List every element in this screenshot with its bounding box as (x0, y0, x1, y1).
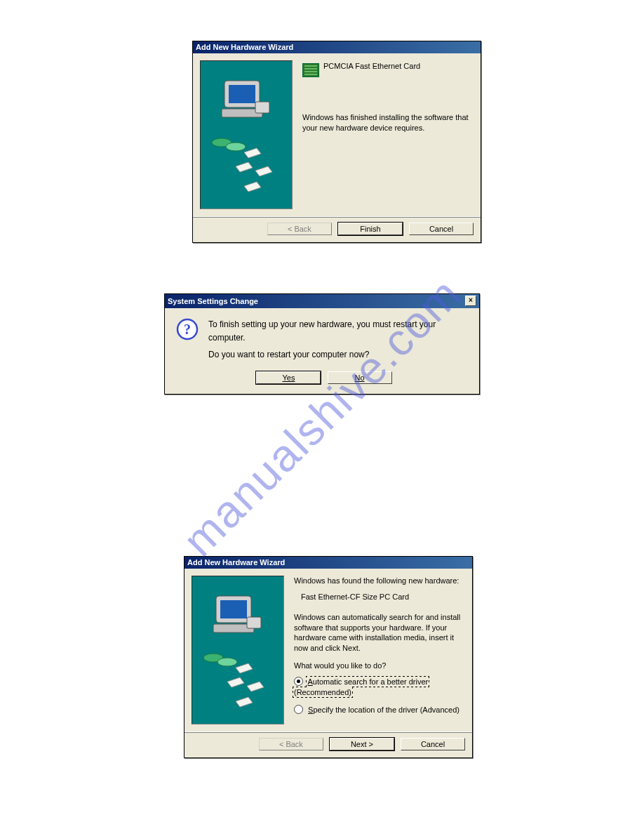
wizard-body: Windows has found the following new hard… (284, 576, 465, 724)
cancel-button[interactable]: Cancel (409, 223, 474, 235)
message-line2: Do you want to restart your computer now… (208, 348, 468, 362)
wizard-sidebar-graphic (200, 60, 293, 209)
titlebar: Add New Hardware Wizard (193, 41, 481, 53)
title-text: Add New Hardware Wizard (187, 558, 285, 567)
question-icon: ? (176, 318, 199, 340)
svg-rect-4 (255, 102, 269, 113)
close-icon[interactable]: × (465, 296, 476, 306)
dialog-system-settings-change: System Settings Change × ? To finish set… (164, 293, 480, 395)
client-area: Windows has found the following new hard… (185, 569, 472, 732)
button-row: < Back Finish Cancel (193, 216, 481, 242)
radio-option-specify[interactable]: Specify the location of the driver (Adva… (294, 705, 461, 715)
message-line1: To finish setting up your new hardware, … (208, 318, 468, 344)
prompt-text: What would you like to do? (294, 661, 461, 671)
titlebar: System Settings Change × (165, 294, 479, 308)
wizard-sidebar-graphic (192, 576, 284, 724)
message-content: ? To finish setting up your new hardware… (165, 308, 479, 369)
title-text: System Settings Change (168, 297, 258, 305)
dialog-add-hardware-search: Add New Hardware Wizard (184, 556, 473, 758)
finish-button[interactable]: Finish (338, 223, 403, 235)
button-row: Yes No (165, 369, 479, 394)
titlebar: Add New Hardware Wizard (185, 557, 472, 569)
svg-text:?: ? (184, 322, 191, 337)
found-text: Windows has found the following new hard… (294, 576, 461, 586)
radio-icon (294, 677, 303, 686)
device-name: Fast Ethernet-CF Size PC Card (294, 592, 461, 602)
option-label: Automatic search for a better driver (Re… (294, 677, 428, 696)
device-name: PCMCIA Fast Ethernet Card (323, 62, 420, 70)
radio-icon (294, 705, 303, 714)
title-text: Add New Hardware Wizard (196, 43, 293, 51)
button-row: < Back Next > Cancel (185, 732, 472, 757)
yes-button[interactable]: Yes (256, 371, 321, 384)
option-label: Specify the location of the driver (Adva… (308, 706, 459, 714)
back-button: < Back (267, 223, 332, 235)
wizard-body: PCMCIA Fast Ethernet Card Windows has fi… (293, 60, 474, 209)
body-message: Windows has finished installing the soft… (302, 112, 469, 133)
client-area: PCMCIA Fast Ethernet Card Windows has fi… (193, 53, 481, 216)
no-button[interactable]: No (328, 371, 392, 384)
svg-rect-2 (229, 85, 255, 103)
dialog-add-hardware-finish: Add New Hardware Wizard (192, 41, 481, 243)
network-card-icon (302, 63, 319, 77)
svg-point-19 (217, 658, 237, 666)
page: manualshive.com Add New Hardware Wizard (0, 0, 644, 834)
svg-rect-17 (247, 617, 261, 628)
auto-text: Windows can automatically search for and… (294, 612, 461, 654)
radio-option-auto[interactable]: Automatic search for a better driver (Re… (294, 677, 461, 698)
back-button: < Back (259, 738, 323, 750)
cancel-button[interactable]: Cancel (401, 738, 465, 750)
svg-rect-15 (220, 600, 247, 618)
next-button[interactable]: Next > (330, 738, 394, 750)
svg-point-6 (226, 143, 246, 151)
